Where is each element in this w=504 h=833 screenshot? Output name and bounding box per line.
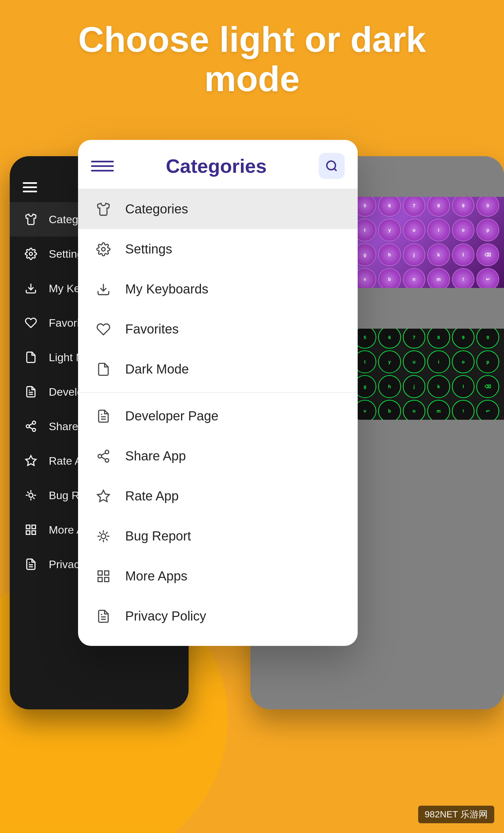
svg-rect-19: [32, 531, 35, 534]
drawer-item-darkmode[interactable]: Dark Mode: [78, 349, 358, 389]
settings-icon: [94, 240, 112, 258]
rate-label: Rate App: [125, 489, 179, 503]
svg-line-38: [99, 532, 101, 533]
svg-rect-47: [98, 577, 102, 581]
watermark: 982NET 乐游网: [418, 806, 494, 823]
svg-point-35: [101, 533, 106, 539]
drawer-item-categories[interactable]: Categories: [78, 189, 358, 229]
svg-line-39: [106, 539, 107, 540]
svg-rect-17: [26, 525, 30, 529]
favorites-icon: [94, 320, 112, 338]
share-icon: [94, 447, 112, 465]
drawer-item-share[interactable]: Share App: [78, 436, 358, 476]
svg-point-5: [26, 425, 30, 428]
drawer-item-favorites[interactable]: Favorites: [78, 309, 358, 349]
svg-line-33: [101, 453, 105, 455]
svg-line-8: [29, 423, 33, 425]
svg-point-10: [29, 493, 33, 498]
svg-point-6: [32, 428, 36, 431]
section-divider-1: [78, 392, 358, 393]
drawer-item-more[interactable]: More Apps: [78, 556, 358, 596]
developer-label: Developer Page: [125, 409, 219, 423]
bug-icon: [94, 527, 112, 545]
hamburger-button[interactable]: [91, 154, 114, 177]
drawer-item-developer[interactable]: Developer Page: [78, 396, 358, 436]
svg-rect-46: [104, 577, 109, 581]
more-apps-label: More Apps: [125, 569, 187, 584]
keyboards-icon: [94, 280, 112, 298]
bug-label: Bug Report: [125, 529, 191, 543]
svg-line-13: [27, 492, 29, 493]
svg-point-30: [98, 454, 101, 458]
drawer-header: Categories: [78, 140, 358, 189]
svg-point-4: [32, 421, 36, 424]
svg-line-24: [334, 169, 336, 171]
more-apps-icon: [94, 567, 112, 585]
share-label: Share App: [125, 449, 186, 463]
svg-rect-18: [32, 525, 35, 529]
drawer-title: Categories: [114, 155, 319, 177]
svg-line-43: [106, 532, 107, 533]
developer-icon: [94, 407, 112, 425]
keyboards-label: My Keyboards: [125, 282, 208, 296]
main-drawer: Categories Categories Settings: [78, 140, 358, 646]
svg-marker-9: [26, 456, 36, 465]
svg-line-42: [99, 539, 101, 540]
svg-point-29: [105, 450, 109, 454]
svg-point-0: [29, 252, 32, 256]
drawer-item-bug[interactable]: Bug Report: [78, 516, 358, 556]
svg-rect-20: [26, 531, 30, 534]
darkmode-icon: [94, 360, 112, 378]
svg-rect-45: [104, 571, 109, 575]
rate-icon: [94, 487, 112, 505]
search-button[interactable]: [319, 153, 345, 179]
drawer-item-settings[interactable]: Settings: [78, 229, 358, 269]
svg-point-23: [327, 161, 335, 170]
categories-icon: [94, 200, 112, 218]
svg-rect-44: [98, 571, 102, 575]
svg-line-32: [101, 457, 105, 459]
drawer-item-rate[interactable]: Rate App: [78, 476, 358, 516]
favorites-label: Favorites: [125, 322, 179, 336]
svg-line-14: [33, 498, 34, 499]
darkmode-label: Dark Mode: [125, 362, 189, 377]
drawer-item-keyboards[interactable]: My Keyboards: [78, 269, 358, 309]
svg-line-7: [29, 427, 33, 429]
categories-label: Categories: [125, 202, 188, 216]
svg-point-25: [101, 247, 105, 251]
header-title: Choose light or dark mode: [0, 20, 504, 98]
drawer-item-privacy[interactable]: Privacy Policy: [78, 596, 358, 636]
settings-label: Settings: [125, 242, 172, 256]
svg-point-31: [105, 458, 109, 462]
privacy-icon: [94, 607, 112, 625]
svg-marker-34: [97, 490, 109, 501]
privacy-label: Privacy Policy: [125, 609, 206, 623]
